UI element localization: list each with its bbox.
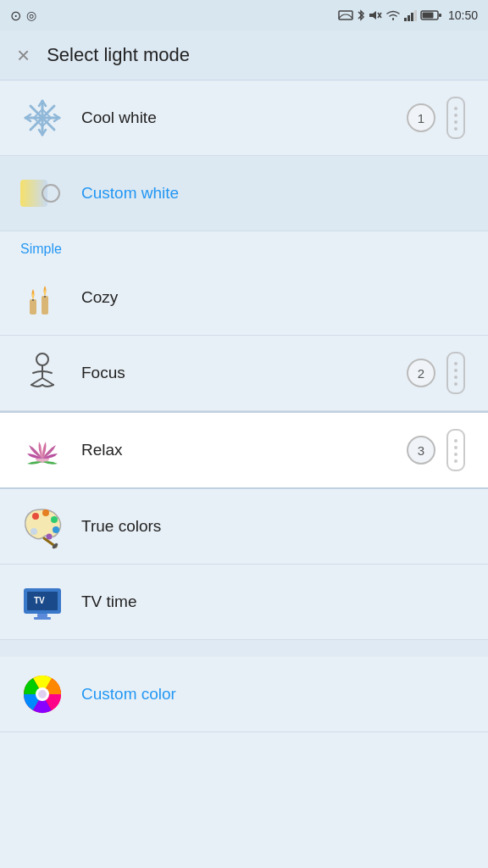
svg-rect-37 — [20, 180, 47, 207]
svg-point-54 — [454, 459, 458, 463]
svg-rect-0 — [339, 11, 352, 19]
header: × Select light mode — [0, 31, 488, 81]
svg-rect-32 — [447, 97, 464, 138]
time-display: 10:50 — [448, 8, 478, 22]
cool-white-label: Cool white — [81, 108, 407, 127]
svg-rect-10 — [439, 14, 441, 17]
svg-point-57 — [51, 516, 58, 523]
svg-rect-67 — [34, 617, 51, 620]
cozy-label: Cozy — [81, 288, 468, 307]
list-item-relax[interactable]: Relax 3 — [0, 411, 488, 489]
cool-white-badge: 1 — [407, 103, 435, 132]
svg-point-62 — [30, 528, 37, 535]
focus-badge: 2 — [407, 359, 435, 387]
svg-marker-1 — [369, 11, 376, 19]
wifi-icon — [385, 9, 401, 21]
svg-point-58 — [53, 526, 59, 533]
svg-point-56 — [42, 509, 49, 516]
bluetooth-icon — [357, 8, 365, 22]
mute-icon — [369, 9, 382, 21]
svg-rect-7 — [414, 10, 417, 21]
svg-rect-66 — [37, 614, 47, 617]
tv-icon: TV — [20, 580, 64, 624]
custom-white-label: Custom white — [81, 184, 468, 203]
svg-rect-40 — [42, 296, 48, 314]
spotify-icon: ⊙ — [10, 8, 21, 24]
list-item-tv-time[interactable]: TV TV time — [0, 565, 488, 640]
svg-rect-4 — [404, 18, 407, 21]
mode-list: Cool white 1 Cust — [0, 81, 488, 732]
palette-icon — [20, 504, 64, 548]
svg-point-51 — [454, 439, 458, 442]
svg-point-33 — [454, 107, 458, 110]
cast-icon2 — [338, 9, 353, 21]
list-item-true-colors[interactable]: True colors — [0, 489, 488, 565]
svg-point-34 — [454, 114, 458, 117]
remote-icon — [444, 97, 468, 139]
svg-point-46 — [454, 369, 458, 372]
relax-remote-icon — [444, 429, 468, 471]
svg-rect-39 — [30, 299, 36, 314]
candles-icon — [20, 275, 64, 320]
svg-point-47 — [454, 376, 458, 379]
list-item-custom-white[interactable]: Custom white — [0, 156, 488, 231]
list-item-cool-white[interactable]: Cool white 1 — [0, 81, 488, 156]
svg-point-48 — [454, 382, 458, 386]
svg-point-70 — [38, 690, 47, 698]
section-divider — [0, 640, 488, 657]
svg-point-53 — [454, 453, 458, 456]
lotus-icon — [20, 428, 64, 472]
svg-point-59 — [47, 534, 53, 540]
status-bar-right: 10:50 — [338, 8, 478, 22]
svg-point-35 — [454, 120, 458, 124]
section-label-simple: Simple — [0, 231, 488, 260]
svg-rect-44 — [447, 353, 464, 393]
svg-rect-5 — [408, 15, 410, 21]
list-item-cozy[interactable]: Cozy — [0, 260, 488, 336]
focus-remote-icon — [444, 352, 468, 394]
true-colors-label: True colors — [81, 517, 468, 536]
status-bar-left: ⊙ ◎ — [10, 8, 36, 24]
cast-icon: ◎ — [26, 8, 36, 22]
meditation-icon — [20, 351, 64, 395]
svg-rect-50 — [447, 430, 464, 470]
svg-point-52 — [454, 446, 458, 449]
svg-rect-6 — [411, 13, 413, 21]
tv-time-label: TV time — [81, 593, 468, 611]
custom-white-icon — [20, 171, 64, 215]
snowflake-icon — [20, 96, 64, 140]
focus-label: Focus — [81, 364, 407, 382]
page-title: Select light mode — [47, 44, 190, 66]
svg-rect-9 — [422, 13, 433, 19]
battery-icon — [421, 10, 441, 20]
svg-point-55 — [32, 513, 39, 520]
svg-point-31 — [40, 115, 45, 120]
list-item-focus[interactable]: Focus 2 — [0, 336, 488, 411]
list-item-custom-color[interactable]: Custom color — [0, 657, 488, 732]
relax-badge: 3 — [407, 436, 435, 465]
status-bar: ⊙ ◎ — [0, 0, 488, 31]
svg-point-43 — [36, 353, 48, 365]
svg-point-36 — [454, 127, 458, 131]
signal-icon — [404, 9, 418, 21]
svg-text:TV: TV — [34, 596, 45, 605]
close-button[interactable]: × — [17, 44, 30, 66]
custom-color-label: Custom color — [81, 685, 468, 704]
relax-label: Relax — [81, 441, 407, 459]
color-wheel-icon — [20, 672, 64, 716]
svg-point-45 — [454, 362, 458, 365]
